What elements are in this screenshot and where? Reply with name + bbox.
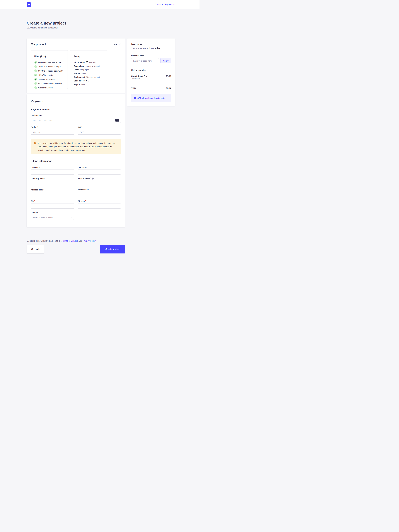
privacy-policy-link[interactable]: Privacy Policy xyxy=(83,240,96,242)
github-icon xyxy=(86,61,88,63)
required-asterisk xyxy=(42,114,43,116)
setup-row: Deployment At every commit xyxy=(74,76,104,78)
required-asterisk xyxy=(90,177,91,180)
setup-row-label: Name xyxy=(74,69,79,71)
strapi-logo xyxy=(27,2,31,7)
setup-row-value: At every commit xyxy=(86,76,100,78)
line-item-name: Strapi Cloud Pro xyxy=(131,75,147,77)
setup-row: Base directory / xyxy=(74,80,104,82)
setup-row: Region USA xyxy=(74,83,104,86)
my-project-card: My project Edit Plan (Pro) xyxy=(27,38,125,93)
billing-input[interactable] xyxy=(78,181,121,186)
expires-input[interactable] xyxy=(31,130,74,135)
payment-card: Payment Payment method Card Number Expir… xyxy=(27,94,125,227)
plan-feature-item: Selectable regions xyxy=(34,78,64,81)
create-project-button[interactable]: Create project xyxy=(100,245,125,253)
apply-button[interactable]: Apply xyxy=(160,58,171,63)
edit-button[interactable]: Edit xyxy=(114,43,121,45)
billing-field-label: First name xyxy=(31,166,40,168)
back-arrow-icon xyxy=(153,3,156,6)
line-item-amount: $8.04 xyxy=(166,75,171,77)
billing-input[interactable] xyxy=(78,170,121,175)
billing-field: First namei xyxy=(31,166,74,175)
invoice-subtitle-prefix: This is what you will pay xyxy=(131,47,155,49)
setup-row-label: Git provider xyxy=(74,61,85,63)
check-icon xyxy=(34,70,37,72)
price-divider xyxy=(131,83,171,83)
terms-and: and xyxy=(78,240,83,242)
invoice-subtitle-emphasis: today xyxy=(155,47,160,49)
plan-box: Plan (Pro) Unlimited database entries xyxy=(31,50,68,89)
check-icon xyxy=(34,74,37,76)
required-asterisk xyxy=(34,200,35,202)
page-subtitle: Lets create something awesome! xyxy=(27,27,175,29)
total-label: TOTAL xyxy=(131,87,138,89)
setup-row-value: strapi/my-project xyxy=(85,65,100,67)
setup-row: Name my-project xyxy=(74,69,104,71)
setup-row-label: Branch xyxy=(74,72,80,75)
plan-feature-label: 250 GB of assets storage xyxy=(38,65,61,68)
setup-row: Branch main xyxy=(74,72,104,75)
country-select[interactable]: Select or enter a value xyxy=(31,215,74,220)
back-to-projects-link[interactable]: Back to projects list xyxy=(153,3,175,6)
setup-row-value: / xyxy=(88,80,89,82)
required-asterisk xyxy=(85,200,86,202)
go-back-button[interactable]: Go back xyxy=(27,245,44,253)
billing-field: Email addressi xyxy=(78,177,121,186)
terms-suffix: . xyxy=(96,240,96,242)
billing-input[interactable] xyxy=(31,170,74,175)
billing-field-label: Address line 1 xyxy=(31,189,43,191)
terms-prefix: By clicking on "Create", I agree to the xyxy=(27,240,62,242)
terms-of-service-link[interactable]: Terms of Service xyxy=(62,240,78,242)
required-asterisk xyxy=(81,126,82,128)
billing-input[interactable] xyxy=(31,181,74,186)
setup-row-value: USA xyxy=(81,83,85,86)
back-link-label: Back to projects list xyxy=(157,3,175,6)
payment-title: Payment xyxy=(31,100,121,103)
plan-feature-item: Weekly backups xyxy=(34,86,64,89)
billing-field-label: Email address xyxy=(78,177,90,179)
billing-input[interactable] xyxy=(78,203,121,209)
card-usage-warning: ! The chosen card will be used for all p… xyxy=(31,139,121,154)
required-asterisk xyxy=(38,211,39,214)
billing-field-label: City xyxy=(31,200,34,202)
line-item-period: This month xyxy=(131,78,171,80)
billing-input[interactable] xyxy=(31,203,74,209)
project-card-title: My project xyxy=(31,43,46,46)
setup-row-value: my-project xyxy=(80,69,89,71)
card-number-input[interactable] xyxy=(31,118,121,123)
check-icon xyxy=(34,78,37,81)
check-icon xyxy=(34,86,37,89)
page-title: Create a new project xyxy=(27,21,175,25)
cvc-input[interactable] xyxy=(78,130,121,135)
check-icon xyxy=(34,82,37,85)
note-text: $75 will be charged next month. xyxy=(137,97,165,99)
invoice-subtitle: This is what you will pay today xyxy=(131,47,171,49)
chevron-down-icon xyxy=(71,217,72,218)
invoice-title: Invoice xyxy=(131,43,171,46)
required-asterisk xyxy=(38,126,38,128)
billing-field: Company namei xyxy=(31,177,74,186)
pencil-icon xyxy=(119,43,121,45)
total-amount: $8.04 xyxy=(166,87,171,89)
next-month-note: i $75 will be charged next month. xyxy=(131,94,171,102)
plan-feature-label: 1M API requests xyxy=(38,74,53,76)
billing-field-label: ZIP code xyxy=(78,200,85,202)
warning-text: The chosen card will be used for all pro… xyxy=(38,142,117,152)
payment-method-title: Payment method xyxy=(31,108,121,111)
billing-field: ZIP codei xyxy=(78,200,121,209)
billing-field: Address line 1i xyxy=(31,189,74,197)
top-navbar: Back to projects list xyxy=(0,0,199,9)
warning-icon: ! xyxy=(34,142,36,144)
plan-feature-item: 250 GB of assets storage xyxy=(34,65,64,68)
discount-code-input[interactable] xyxy=(131,58,159,63)
setup-title: Setup xyxy=(74,55,104,58)
cvc-label: CVC xyxy=(78,126,82,128)
billing-input[interactable] xyxy=(78,192,121,197)
billing-input[interactable] xyxy=(31,192,74,197)
check-icon xyxy=(34,65,37,68)
billing-field: Address line 2i xyxy=(78,189,121,197)
plan-feature-item: 1M API requests xyxy=(34,74,64,76)
plan-feature-label: Weekly backups xyxy=(38,87,53,89)
plan-feature-label: Multi-environment available xyxy=(38,82,62,85)
